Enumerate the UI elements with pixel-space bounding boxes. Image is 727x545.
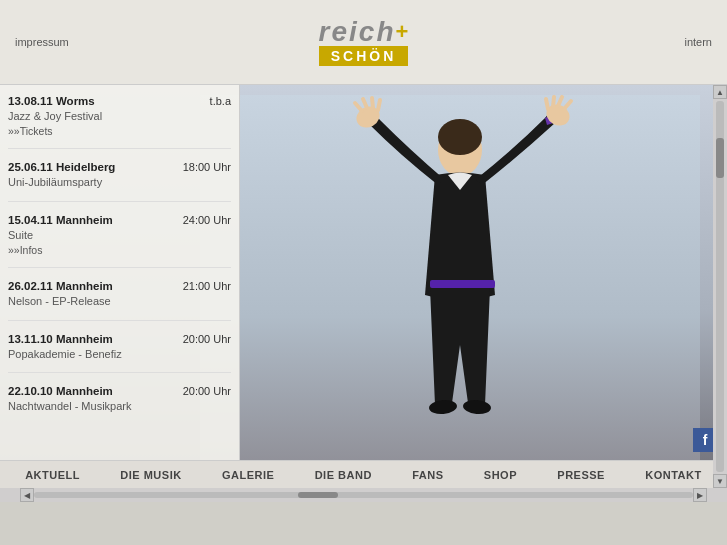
event-detail1: Nachtwandel - Musikpark: [8, 399, 231, 414]
event-item: 25.06.11 Heidelberg18:00 UhrUni-Jubiläum…: [8, 161, 231, 201]
event-detail1: Suite: [8, 228, 231, 243]
event-header: 13.08.11 Wormst.b.a: [8, 95, 231, 107]
logo-plus-text: +: [396, 19, 409, 45]
svg-rect-13: [430, 280, 495, 288]
event-header: 13.11.10 Mannheim20:00 Uhr: [8, 333, 231, 345]
impressum-link[interactable]: impressum: [15, 36, 69, 48]
nav-item-kontakt[interactable]: KONTAKT: [641, 469, 705, 481]
events-panel[interactable]: 13.08.11 Wormst.b.aJazz & Joy Festival»»…: [0, 85, 240, 460]
nav-item-shop[interactable]: SHOP: [480, 469, 521, 481]
main-area: 13.08.11 Wormst.b.aJazz & Joy Festival»»…: [0, 85, 727, 460]
logo: reich + SCHÖN: [319, 18, 409, 66]
event-date-city: 13.08.11 Worms: [8, 95, 95, 107]
event-time: 21:00 Uhr: [183, 280, 231, 292]
event-time: 20:00 Uhr: [183, 385, 231, 397]
event-item: 13.08.11 Wormst.b.aJazz & Joy Festival»»…: [8, 95, 231, 149]
vertical-scrollbar: ▲ ▼: [713, 85, 727, 488]
event-detail1: Jazz & Joy Festival: [8, 109, 231, 124]
event-header: 22.10.10 Mannheim20:00 Uhr: [8, 385, 231, 397]
event-detail1: Uni-Jubiläumsparty: [8, 175, 231, 190]
event-date-city: 26.02.11 Mannheim: [8, 280, 113, 292]
event-header: 15.04.11 Mannheim24:00 Uhr: [8, 214, 231, 226]
top-bar: impressum reich + SCHÖN intern: [0, 0, 727, 85]
event-time: 18:00 Uhr: [183, 161, 231, 173]
event-detail1: Nelson - EP-Release: [8, 294, 231, 309]
event-link[interactable]: »»Tickets: [8, 125, 53, 137]
nav-item-fans[interactable]: FANS: [408, 469, 447, 481]
event-link[interactable]: »»Infos: [8, 244, 42, 256]
nav-item-presse[interactable]: PRESSE: [553, 469, 609, 481]
event-date-city: 13.11.10 Mannheim: [8, 333, 113, 345]
event-detail1: Popakademie - Benefiz: [8, 347, 231, 362]
logo-schon-text: SCHÖN: [319, 46, 409, 66]
v-scroll-thumb[interactable]: [716, 138, 724, 178]
event-header: 25.06.11 Heidelberg18:00 Uhr: [8, 161, 231, 173]
scroll-track: [34, 492, 693, 498]
scroll-right-arrow[interactable]: ▶: [693, 488, 707, 502]
horizontal-scrollbar: ◀ ▶: [0, 488, 727, 502]
nav-item-galerie[interactable]: GALERIE: [218, 469, 278, 481]
event-item: 15.04.11 Mannheim24:00 UhrSuite»»Infos: [8, 214, 231, 268]
event-time: t.b.a: [210, 95, 231, 107]
event-time: 24:00 Uhr: [183, 214, 231, 226]
event-item: 13.11.10 Mannheim20:00 UhrPopakademie - …: [8, 333, 231, 373]
nav-item-aktuell[interactable]: AKTUELL: [21, 469, 84, 481]
bottom-navigation: AKTUELLDIE MUSIKGALERIEDIE BANDFANSSHOPP…: [0, 460, 727, 488]
intern-link[interactable]: intern: [684, 36, 712, 48]
person-silhouette: [200, 95, 700, 460]
event-date-city: 25.06.11 Heidelberg: [8, 161, 115, 173]
scroll-down-arrow[interactable]: ▼: [713, 474, 727, 488]
scroll-left-arrow[interactable]: ◀: [20, 488, 34, 502]
event-header: 26.02.11 Mannheim21:00 Uhr: [8, 280, 231, 292]
svg-line-6: [372, 98, 373, 108]
svg-line-7: [378, 100, 380, 110]
v-scroll-track: [716, 101, 724, 472]
event-date-city: 22.10.10 Mannheim: [8, 385, 113, 397]
scroll-thumb[interactable]: [298, 492, 338, 498]
event-item: 26.02.11 Mannheim21:00 UhrNelson - EP-Re…: [8, 280, 231, 320]
nav-item-die-musik[interactable]: DIE MUSIK: [116, 469, 185, 481]
event-date-city: 15.04.11 Mannheim: [8, 214, 113, 226]
scroll-up-arrow[interactable]: ▲: [713, 85, 727, 99]
svg-line-11: [553, 97, 554, 107]
svg-line-12: [546, 99, 548, 109]
event-item: 22.10.10 Mannheim20:00 UhrNachtwandel - …: [8, 385, 231, 424]
logo-reich-text: reich: [319, 18, 396, 46]
nav-item-die-band[interactable]: DIE BAND: [311, 469, 376, 481]
event-time: 20:00 Uhr: [183, 333, 231, 345]
svg-point-2: [438, 119, 482, 155]
